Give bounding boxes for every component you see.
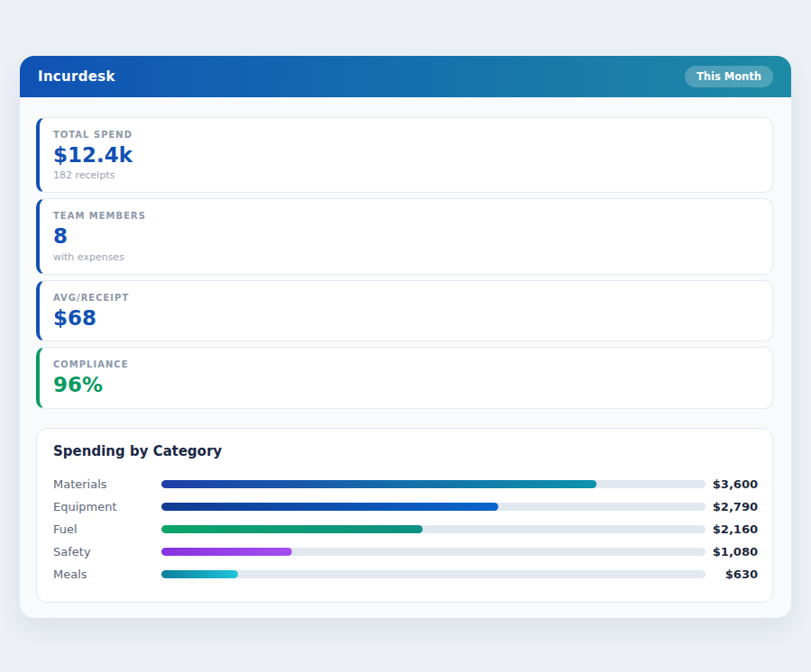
- stat-label: COMPLIANCE: [53, 359, 756, 369]
- stat-subtext: with expenses: [53, 251, 756, 263]
- bar-row-meals: Meals $630: [53, 563, 758, 586]
- stat-subtext: 182 receipts: [53, 169, 756, 181]
- bar-row-equipment: Equipment $2,790: [53, 495, 758, 518]
- stat-label: TEAM MEMBERS: [53, 211, 756, 221]
- bar-fill: [161, 503, 498, 511]
- bar-label: Meals: [53, 568, 161, 581]
- stat-card-total-spend: TOTAL SPEND $12.4k 182 receipts: [36, 117, 773, 193]
- bar-track: [161, 480, 706, 488]
- bar-row-safety: Safety $1,080: [53, 540, 758, 563]
- bar-track: [161, 548, 706, 556]
- app-title: Incurdesk: [38, 68, 115, 85]
- chart-title: Spending by Category: [53, 443, 758, 459]
- bar-value: $630: [706, 568, 758, 581]
- bar-label: Materials: [53, 477, 161, 491]
- spending-by-category-chart: Spending by Category Materials $3,600 Eq…: [36, 428, 773, 603]
- bar-track: [161, 525, 706, 533]
- bar-value: $2,790: [706, 500, 758, 513]
- stat-card-compliance: COMPLIANCE 96%: [36, 347, 773, 408]
- bar-track: [161, 503, 706, 511]
- stat-value: 8: [53, 224, 756, 248]
- stat-label: AVG/RECEIPT: [53, 293, 756, 303]
- bar-fill: [161, 548, 292, 556]
- bar-value: $2,160: [706, 522, 758, 536]
- bar-fill: [161, 480, 597, 488]
- bar-label: Fuel: [53, 522, 161, 536]
- period-badge[interactable]: This Month: [685, 66, 773, 87]
- bar-track: [161, 570, 706, 578]
- bar-fill: [161, 525, 423, 533]
- dashboard-panel: Incurdesk This Month TOTAL SPEND $12.4k …: [20, 56, 791, 618]
- stat-card-team-members: TEAM MEMBERS 8 with expenses: [36, 198, 773, 274]
- app-header: Incurdesk This Month: [20, 56, 791, 97]
- stat-value: $12.4k: [53, 143, 756, 167]
- bar-fill: [161, 570, 238, 578]
- bar-label: Safety: [53, 545, 161, 558]
- stat-label: TOTAL SPEND: [53, 130, 756, 140]
- stats-section: TOTAL SPEND $12.4k 182 receipts TEAM MEM…: [20, 97, 791, 409]
- stat-card-avg-receipt: AVG/RECEIPT $68: [36, 280, 773, 341]
- bar-row-materials: Materials $3,600: [53, 473, 758, 495]
- stat-value: 96%: [53, 373, 756, 396]
- bar-row-fuel: Fuel $2,160: [53, 518, 758, 540]
- bar-value: $3,600: [706, 477, 758, 491]
- bar-label: Equipment: [53, 500, 161, 513]
- stat-value: $68: [53, 306, 756, 330]
- bar-value: $1,080: [706, 545, 758, 558]
